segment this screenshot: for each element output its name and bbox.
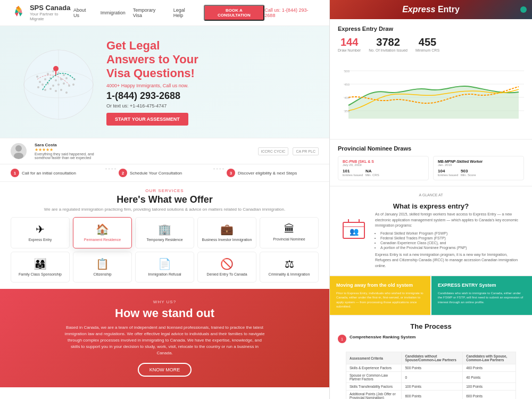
table-row: Skills & Experience Factors 500 Points 4… [346,364,516,372]
service-criminality[interactable]: ⚖ Criminality & Immigration [260,252,319,282]
family-class-icon: 👨‍👩‍👧 [14,257,66,270]
logo-icon [11,5,27,21]
logo-text: SPS Canada Your Partner to Migrate [30,4,73,21]
table-row: Additional Points (Job Offer or Provinci… [346,390,516,399]
svg-point-32 [72,84,74,86]
new-system-col: EXPRESS ENTRY System Candidates who wish… [431,276,532,315]
svg-point-21 [63,82,65,85]
prov-mb-stats: 104 Entries Issued 503 Min. Score [438,169,519,177]
globe-svg [16,37,101,127]
book-consultation-button[interactable]: BOOK A CONSULTATION [204,5,265,21]
svg-text:350: 350 [344,110,350,113]
standout-know-more-button[interactable]: KNOW MORE [138,363,192,377]
svg-point-19 [52,85,54,87]
two-col-section: Moving away from the old system Prior to… [330,276,532,315]
svg-point-11 [63,74,65,76]
cert-iccrc: ICCRC CYCIC [258,147,289,155]
svg-point-12 [44,78,46,80]
table-header-without-spouse: Candidates without Spouse/Common-Law Par… [402,352,463,364]
step-sep-2 [213,169,224,177]
service-family-class[interactable]: 👨‍👩‍👧 Family Class Sponsorship [11,252,70,282]
testimonial-bar: Sara Costa ★★★★★ Everything they said ha… [0,138,329,164]
svg-point-38 [14,153,23,159]
process-section: The Process 1 Comprehensive Ranking Syst… [330,316,532,399]
svg-text:400: 400 [344,96,350,99]
temporary-residence-icon: 🏢 [139,223,190,236]
svg-point-26 [60,89,62,91]
svg-text:450: 450 [344,83,350,86]
permanent-residence-icon: 🏠 [77,223,128,236]
svg-point-35 [53,66,59,71]
nav-immigration[interactable]: Immigration [101,10,126,15]
express-entry-chart: 500 450 400 350 [343,60,524,124]
hero-subtext: 4000+ Happy Immigrants, Call us now. [106,83,319,88]
process-step-1: 1 Comprehensive Ranking System [338,335,524,343]
cert-logos: ICCRC CYCIC CA PR PLC [258,147,319,155]
testimonial-content: Sara Costa ★★★★★ Everything they said ha… [35,143,98,160]
step-sep-1 [105,169,116,177]
standout-desc: Based in Canada, we are a team of indepe… [64,325,266,356]
what-title: What is express entry? [338,202,524,210]
standout-title: How we stand out [11,306,319,320]
provincial-title: Provincial Nominee Draws [338,145,524,152]
testimonial-avatar [11,143,27,159]
svg-point-23 [44,89,46,91]
ee-stat-draw-number: 144 Draw Number [338,36,361,52]
service-express-entry[interactable]: ✈ Express Entry [11,217,70,248]
hero-text-msg: Or text us: +1-416-475-4747 [106,103,319,109]
prov-item-mb: MB-MPNP-Skilled Worker Jan. 2019 104 Ent… [433,156,524,180]
svg-point-17 [41,84,44,86]
nav-temporary[interactable]: Temporary Visa [133,7,166,18]
services-desc: We are a regulated immigration practicin… [11,207,319,212]
ee-stat-invitations: 3782 No. Of Invitation Issued [369,36,408,52]
service-permanent-residence[interactable]: 🏠 Permanent Residence [73,217,132,248]
header-phone: Call us: 1-(844) 293-2688 [264,7,319,18]
svg-text:500: 500 [344,70,350,73]
services-title: Here's What we Offer [11,194,319,205]
logo-area: SPS Canada Your Partner to Migrate [11,4,73,21]
service-business-investor[interactable]: 💼 Business Investor Immigration [197,217,256,248]
site-header: SPS Canada Your Partner to Migrate About… [0,0,329,26]
table-header-with-spouse: Candidates with Spouse, Common-Law Partn… [463,352,516,364]
ee-draw-title: Express Entry Draw [338,26,524,32]
nav-legal[interactable]: Legal Help [173,7,196,18]
hero-text: Get Legal Answers to Your Visa Questions… [106,39,319,126]
svg-point-37 [15,145,22,152]
svg-point-29 [39,81,41,83]
provincial-nominee-icon: 🏛 [263,223,315,235]
svg-point-30 [37,86,39,88]
hero-section: Get Legal Answers to Your Visa Questions… [0,26,329,138]
svg-point-8 [47,73,49,75]
svg-text:👥: 👥 [350,227,359,236]
services-grid: ✈ Express Entry 🏠 Permanent Residence 🏢 … [11,217,319,282]
immigration-refusal-icon: 📄 [139,257,190,270]
prov-item-bc: BC-PNB (SKL & S July 20, 2019 101 Entrie… [338,156,429,180]
table-header-criteria: Assessment Criteria [346,352,402,364]
svg-point-16 [65,77,68,79]
svg-point-22 [68,85,70,87]
service-provincial-nominee[interactable]: 🏛 Provincial Nominee [260,217,319,248]
what-icon-svg: 👥 [338,212,370,244]
green-dot-indicator [520,6,527,13]
what-programs-list: Federal Skilled Worker Program (FSWP) Fe… [375,231,524,250]
services-section: OUR SERVICES Here's What we Offer We are… [0,182,329,289]
what-section: A GLANCE AT What is express entry? 👥 As … [330,187,532,275]
service-immigration-refusal[interactable]: 📄 Immigration Refusal [135,252,194,282]
citizenship-icon: 📋 [77,257,128,270]
table-row: Skills Transferability Factors 100 Point… [346,383,516,390]
step-3: 3 Discover eligibility & next Steps [227,169,319,177]
service-citizenship[interactable]: 📋 Citizenship [73,252,132,282]
service-denied-entry[interactable]: 🚫 Denied Entry To Canada [197,252,256,282]
nav-about[interactable]: About Us [73,7,93,18]
points-section: Assessment Criteria Candidates without S… [338,346,524,399]
prov-bc-stats: 101 Entries Issued NA Min. CRS [343,169,424,177]
svg-point-24 [49,88,52,90]
ee-draw-section: Express Entry Draw 144 Draw Number 3782 … [330,19,532,139]
ee-stat-min-crs: 455 Minimum CRS [415,36,439,52]
table-row: Spouse or Common-Law Partner Factors 0 4… [346,372,516,383]
old-system-col: Moving away from the old system Prior to… [330,276,430,315]
service-temporary-residence[interactable]: 🏢 Temporary Residence [135,217,194,248]
provincial-items: BC-PNB (SKL & S July 20, 2019 101 Entrie… [338,156,524,180]
svg-point-27 [65,92,68,94]
hero-cta-button[interactable]: START YOUR ASSESSMENT [106,113,188,126]
